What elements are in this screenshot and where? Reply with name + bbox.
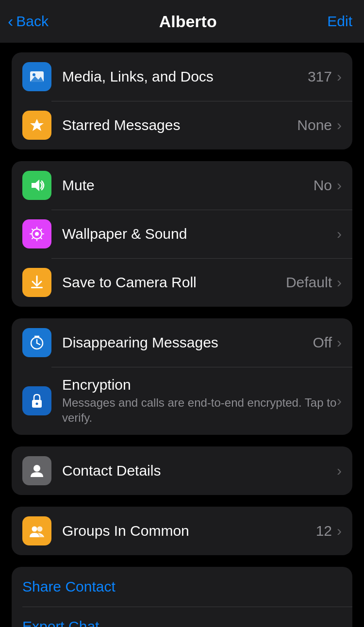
back-label: Back (16, 13, 49, 30)
mute-icon-wrap (22, 171, 51, 200)
contact-details-text: Contact Details (62, 462, 337, 479)
encryption-item[interactable]: Encryption Messages and calls are end-to… (12, 367, 352, 435)
groups-in-common-value: 12 (316, 523, 332, 539)
save-camera-text: Save to Camera Roll (62, 274, 286, 291)
svg-marker-4 (32, 180, 39, 191)
groups-in-common-item[interactable]: Groups In Common 12 › (12, 507, 352, 555)
groups-in-common-label: Groups In Common (62, 523, 189, 539)
share-contact-label: Share Contact (22, 578, 116, 595)
wallpaper-sound-text: Wallpaper & Sound (62, 226, 337, 242)
wallpaper-icon (29, 226, 45, 242)
svg-rect-15 (31, 287, 43, 288)
starred-messages-text: Starred Messages (62, 117, 297, 133)
svg-line-14 (32, 237, 33, 239)
disappearing-messages-item[interactable]: Disappearing Messages Off › (12, 318, 352, 367)
back-button[interactable]: ‹ Back (8, 13, 49, 30)
groups-in-common-text: Groups In Common (62, 523, 316, 539)
save-camera-chevron: › (337, 275, 342, 290)
svg-point-21 (36, 403, 38, 405)
disappearing-messages-chevron: › (337, 335, 342, 350)
media-links-docs-item[interactable]: Media, Links, and Docs 317 › (12, 52, 352, 101)
mute-item[interactable]: Mute No › (12, 161, 352, 210)
mute-text: Mute (62, 177, 314, 194)
actions-section: Share Contact Export Chat (12, 567, 352, 627)
share-contact-item[interactable]: Share Contact (12, 567, 352, 607)
contact-details-chevron: › (337, 463, 342, 478)
svg-point-23 (32, 527, 37, 532)
star-icon (29, 117, 45, 133)
person-icon (29, 462, 45, 479)
encryption-text: Encryption Messages and calls are end-to… (62, 377, 337, 425)
media-links-docs-chevron: › (337, 69, 342, 84)
contact-section: Contact Details › (12, 446, 352, 495)
svg-line-12 (40, 237, 42, 239)
navigation-bar: ‹ Back Alberto Edit (0, 0, 364, 43)
clock-icon (29, 334, 45, 351)
starred-messages-icon-wrap (22, 111, 51, 140)
download-icon (29, 274, 45, 291)
svg-point-22 (33, 465, 40, 472)
svg-point-24 (37, 527, 43, 532)
person-icon-wrap (22, 456, 51, 485)
disappearing-messages-label: Disappearing Messages (62, 334, 218, 350)
encryption-chevron: › (337, 394, 342, 408)
group-icon (29, 523, 45, 539)
media-icon (29, 68, 45, 85)
save-camera-label: Save to Camera Roll (62, 274, 197, 290)
contact-details-item[interactable]: Contact Details › (12, 446, 352, 495)
export-chat-label: Export Chat (22, 618, 99, 627)
svg-line-11 (32, 229, 33, 231)
lock-icon (29, 393, 45, 409)
encryption-sublabel: Messages and calls are end-to-end encryp… (62, 395, 337, 425)
mute-label: Mute (62, 177, 95, 193)
save-camera-icon-wrap (22, 268, 51, 297)
save-camera-value: Default (286, 274, 332, 291)
svg-point-1 (33, 73, 35, 76)
svg-marker-3 (30, 119, 44, 131)
main-content: Media, Links, and Docs 317 › Starred Mes… (0, 43, 364, 627)
media-links-docs-label: Media, Links, and Docs (62, 68, 214, 84)
media-icon-wrap (22, 62, 51, 91)
starred-messages-label: Starred Messages (62, 117, 180, 133)
starred-messages-chevron: › (337, 118, 342, 132)
mute-icon (29, 177, 45, 194)
svg-point-6 (35, 232, 39, 236)
mute-chevron: › (337, 178, 342, 193)
wallpaper-sound-item[interactable]: Wallpaper & Sound › (12, 210, 352, 258)
wallpaper-sound-label: Wallpaper & Sound (62, 226, 187, 242)
svg-line-13 (40, 229, 42, 231)
groups-in-common-chevron: › (337, 524, 342, 538)
starred-messages-value: None (297, 117, 332, 133)
groups-section: Groups In Common 12 › (12, 507, 352, 555)
wallpaper-icon-wrap (22, 219, 51, 248)
privacy-section: Disappearing Messages Off › Encryption M… (12, 318, 352, 435)
mute-value: No (314, 177, 332, 194)
page-title: Alberto (159, 12, 217, 31)
encryption-label: Encryption (62, 377, 131, 393)
media-section: Media, Links, and Docs 317 › Starred Mes… (12, 52, 352, 149)
lock-icon-wrap (22, 386, 51, 415)
edit-button[interactable]: Edit (327, 13, 352, 30)
disappearing-messages-value: Off (313, 334, 332, 351)
save-camera-roll-item[interactable]: Save to Camera Roll Default › (12, 258, 352, 307)
clock-icon-wrap (22, 328, 51, 357)
export-chat-item[interactable]: Export Chat (12, 607, 352, 627)
svg-line-18 (37, 343, 40, 345)
contact-details-label: Contact Details (62, 462, 161, 478)
back-chevron-icon: ‹ (8, 13, 13, 29)
media-links-docs-text: Media, Links, and Docs (62, 68, 308, 85)
disappearing-messages-text: Disappearing Messages (62, 334, 313, 351)
group-icon-wrap (22, 516, 51, 545)
media-links-docs-value: 317 (308, 68, 332, 85)
wallpaper-sound-chevron: › (337, 227, 342, 241)
settings-section: Mute No › Wal (12, 161, 352, 307)
starred-messages-item[interactable]: Starred Messages None › (12, 101, 352, 149)
